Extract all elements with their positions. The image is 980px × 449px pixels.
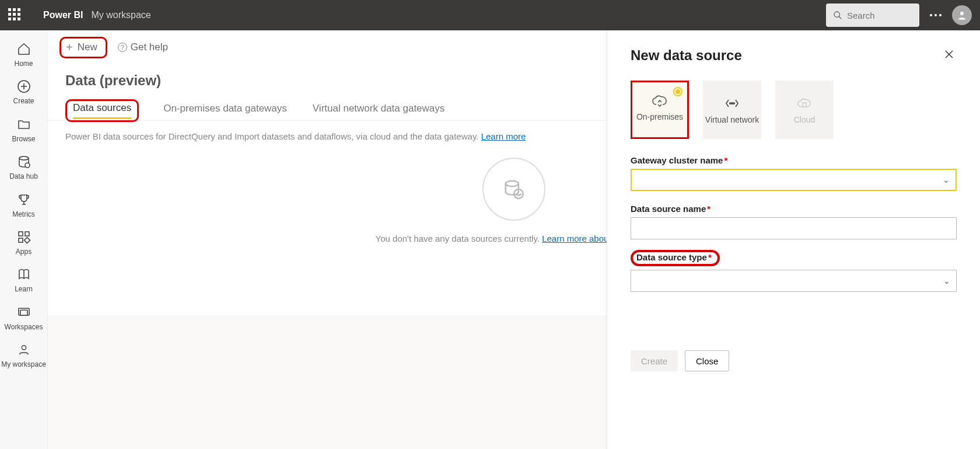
nav-label: Home <box>14 60 33 68</box>
chevron-down-icon: ⌄ <box>943 276 950 286</box>
nav-label: Learn <box>15 285 33 293</box>
svg-point-23 <box>732 102 733 103</box>
cloud-icon <box>797 98 812 109</box>
nav-label: Workspaces <box>5 323 43 331</box>
learn-more-link[interactable]: Learn more <box>481 131 526 141</box>
svg-point-24 <box>733 102 734 103</box>
source-option-label: Cloud <box>794 115 816 125</box>
nav-label: Browse <box>12 135 35 143</box>
nav-metrics[interactable]: Metrics <box>0 187 48 224</box>
field-label: Gateway cluster name <box>631 155 723 165</box>
network-icon <box>725 99 739 108</box>
database-icon <box>503 178 525 200</box>
svg-point-2 <box>960 12 964 15</box>
plus-icon: + <box>66 41 73 54</box>
svg-rect-13 <box>24 238 30 243</box>
source-option-label: On-premises <box>636 112 683 122</box>
data-source-type-field: Data source type* ⌄ <box>631 245 957 292</box>
nav-label: Data hub <box>9 172 38 180</box>
apps-icon <box>17 230 31 244</box>
svg-point-17 <box>22 346 26 350</box>
cloud-sync-icon <box>651 94 668 107</box>
nav-workspaces[interactable]: Workspaces <box>0 300 48 337</box>
required-indicator: * <box>707 204 710 214</box>
svg-point-0 <box>834 12 839 17</box>
svg-point-18 <box>506 181 519 187</box>
close-icon <box>944 49 954 60</box>
person-icon <box>18 343 30 356</box>
data-source-name-field: Data source name* <box>631 204 957 239</box>
tab-data-sources[interactable]: Data sources <box>65 99 139 122</box>
radio-selected-icon <box>673 87 682 96</box>
folder-icon <box>17 117 31 131</box>
chevron-down-icon: ⌄ <box>943 175 950 185</box>
nav-home[interactable]: Home <box>0 36 48 74</box>
source-option-virtual-network[interactable]: Virtual network <box>703 81 761 139</box>
search-box[interactable] <box>826 4 919 27</box>
source-option-label: Virtual network <box>705 115 759 125</box>
nav-label: My workspace <box>1 360 46 368</box>
search-icon <box>833 11 842 20</box>
avatar[interactable] <box>952 5 972 25</box>
data-source-type-select[interactable]: ⌄ <box>631 270 957 292</box>
nav-label: Apps <box>16 248 32 256</box>
get-help-button[interactable]: ? Get help <box>118 41 168 53</box>
trophy-icon <box>17 193 31 207</box>
app-launcher-icon[interactable] <box>8 8 22 22</box>
field-label: Data source type <box>636 252 707 262</box>
app-title: Power BI <box>43 10 83 20</box>
book-icon <box>17 267 31 281</box>
nav-learn[interactable]: Learn <box>0 262 48 299</box>
database-icon <box>17 155 31 169</box>
help-icon: ? <box>118 43 127 52</box>
svg-point-22 <box>730 102 731 103</box>
create-button: Create <box>631 350 678 371</box>
svg-line-1 <box>839 16 841 19</box>
nav-apps[interactable]: Apps <box>0 224 48 262</box>
required-indicator: * <box>724 155 727 165</box>
gateway-cluster-field: Gateway cluster name* ⌄ <box>631 155 957 191</box>
panel-actions: Create Close <box>631 350 957 371</box>
left-nav: Home Create Browse Data hub Metrics Apps… <box>0 30 48 449</box>
new-button[interactable]: + New <box>60 37 107 58</box>
more-button[interactable] <box>930 14 942 16</box>
field-label: Data source name <box>631 204 706 214</box>
person-icon <box>957 10 967 20</box>
nav-create[interactable]: Create <box>0 74 48 111</box>
svg-rect-10 <box>19 232 23 236</box>
search-input[interactable] <box>847 11 902 20</box>
required-indicator: * <box>708 252 712 262</box>
svg-rect-25 <box>803 103 806 107</box>
svg-point-6 <box>19 156 29 160</box>
close-button[interactable] <box>942 46 957 65</box>
svg-point-7 <box>25 163 30 168</box>
tab-on-premises-gateways[interactable]: On-premises data gateways <box>162 99 288 120</box>
close-panel-button[interactable]: Close <box>685 350 729 371</box>
new-button-label: New <box>78 41 97 53</box>
panel-title: New data source <box>631 47 742 64</box>
plus-circle-icon <box>17 79 31 93</box>
empty-state-icon <box>482 158 545 221</box>
nav-data-hub[interactable]: Data hub <box>0 149 48 186</box>
source-option-cloud: Cloud <box>775 81 834 139</box>
workspaces-icon <box>17 305 31 319</box>
nav-label: Metrics <box>12 210 35 218</box>
svg-rect-11 <box>25 232 29 236</box>
nav-browse[interactable]: Browse <box>0 112 48 149</box>
tab-virtual-network-gateways[interactable]: Virtual network data gateways <box>312 99 446 120</box>
data-source-name-input[interactable] <box>631 217 957 239</box>
help-label: Get help <box>131 41 168 53</box>
gateway-cluster-select[interactable]: ⌄ <box>631 169 957 191</box>
nav-my-workspace[interactable]: My workspace <box>0 337 48 374</box>
nav-label: Create <box>13 97 34 105</box>
svg-rect-12 <box>19 238 23 242</box>
breadcrumb-workspace[interactable]: My workspace <box>91 10 150 20</box>
new-data-source-panel: New data source On-premises Virtual netw… <box>607 30 980 449</box>
source-type-options: On-premises Virtual network Cloud <box>631 81 957 139</box>
svg-rect-16 <box>20 310 27 315</box>
source-option-on-premises[interactable]: On-premises <box>631 81 689 139</box>
home-icon <box>17 42 31 56</box>
top-header: Power BI My workspace <box>0 0 980 30</box>
